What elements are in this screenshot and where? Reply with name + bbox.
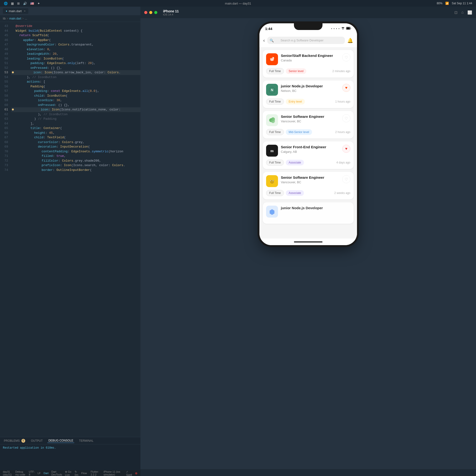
job-card-header-2: N junior Node.js Developer Nelson, BC ♥ — [266, 84, 350, 96]
job-title-1: Senior/Staff Backend Engineer — [281, 53, 340, 58]
status-bar: day31 (day31) Debug my code UTF-8 LF Dar… — [0, 470, 140, 476]
code-line: backgroundColor: Colors.transparent, — [11, 42, 140, 47]
svg-point-23 — [273, 180, 274, 181]
job-card-header: Senior/Staff Backend Engineer Canada ♡ — [266, 53, 350, 65]
dart-devtools[interactable]: Dart DevTools — [51, 470, 62, 476]
badge-fulltime-1: Full Time — [266, 68, 284, 74]
code-line: Widget build(BuildContext context) { — [11, 29, 140, 33]
badge-level-3: Mid-Senior level — [286, 129, 312, 135]
svg-point-0 — [343, 29, 343, 30]
phone-status-bar: 1:44 • • • • — [259, 23, 357, 34]
svg-text:N: N — [271, 88, 273, 92]
screenshot-icon[interactable]: ⊡ — [454, 10, 458, 15]
wifi-icon: 📶 — [445, 2, 449, 5]
back-button[interactable]: ‹ — [263, 38, 265, 43]
code-line: padding: const EdgeInsets.all(8.0), — [11, 89, 140, 94]
company-logo-node: N — [266, 84, 278, 96]
svg-point-27 — [271, 211, 273, 213]
code-line: onPressed: () {}, — [11, 103, 140, 108]
code-line: ) // Padding — [11, 117, 140, 121]
close-window-button[interactable] — [144, 11, 147, 14]
code-line: height: 45, — [11, 131, 140, 136]
phone-device: 1:44 • • • • — [259, 23, 357, 245]
home-icon[interactable]: ⌂ — [461, 10, 464, 15]
line-numbers: 43 44 45 46 47 48 49 50 51 52 53 54 55 5… — [0, 22, 11, 437]
job-card-footer-2: Full Time Entry level 1 hours ago — [266, 99, 350, 105]
go-live[interactable]: ⊕ Go Live — [65, 470, 72, 476]
menu-bar: 🌐 ▦ ⊞ 🔊 🇺🇸 ✦ main.dart — day31 80% 📶 Sat… — [0, 0, 476, 7]
badge-level-2: Entry level — [286, 99, 305, 104]
like-button-5[interactable]: ♡ — [342, 175, 350, 183]
globe-icon: 🌐 — [4, 2, 8, 5]
fullscreen-icon[interactable]: ⬜ — [467, 10, 472, 15]
job-title-2: junior Node.js Developer — [281, 84, 340, 88]
code-line: contentPadding: EdgeInsets.symmetric(hor… — [11, 149, 140, 154]
tab-problems[interactable]: PROBLEMS 6 — [3, 438, 26, 443]
time-ago-1: 2 minutes ago — [333, 69, 350, 73]
tab-close-button[interactable]: × — [24, 10, 25, 12]
svg-rect-2 — [346, 27, 350, 29]
job-card-3[interactable]: Senior Software Engineer Vancouver, BC ♡… — [263, 111, 354, 138]
code-line: actions: [ — [11, 80, 140, 84]
tab-debug-console[interactable]: DEBUG CONSOLE — [47, 438, 74, 443]
panel-output: Restarted application in 610ms. — [0, 444, 140, 452]
spell-check[interactable]: ✓ Spell — [126, 470, 132, 476]
minimize-window-button[interactable] — [149, 11, 152, 14]
svg-point-13 — [271, 119, 275, 123]
time-ago-3: 2 hours ago — [335, 130, 350, 134]
maximize-window-button[interactable] — [154, 11, 157, 14]
job-card-2[interactable]: N junior Node.js Developer Nelson, BC ♥ — [263, 81, 354, 108]
phone-home-indicator — [259, 238, 357, 245]
tab-terminal[interactable]: TERMINAL — [78, 439, 95, 443]
like-button-1[interactable]: ♡ — [342, 53, 350, 61]
svg-point-5 — [270, 59, 274, 61]
like-button-4[interactable]: ♥ — [342, 145, 350, 153]
code-line: ], — [11, 121, 140, 126]
menu-icon: ▦ — [11, 2, 14, 5]
clock: Sat Sep 11 1:44 — [452, 2, 472, 5]
battery-phone-icon — [346, 26, 351, 31]
badge-fulltime-2: Full Time — [266, 99, 284, 105]
search-bar[interactable]: 🔍 Search e.g Software Developer — [267, 37, 345, 44]
job-card-6[interactable]: junior Node.js Developer — [263, 202, 354, 224]
code-line: appBar: AppBar( — [11, 38, 140, 43]
device-name[interactable]: iPhone 11 (ios simulator) — [103, 470, 123, 476]
job-company-3: Vancouver, BC — [281, 119, 340, 123]
code-line-active: icon: Icon(Icons.notifications_none, col… — [11, 107, 140, 112]
code-text[interactable]: @override Widget build(BuildContext cont… — [11, 22, 140, 437]
job-card-1[interactable]: Senior/Staff Backend Engineer Canada ♡ F… — [263, 50, 354, 78]
job-card-footer-1: Full Time Senior level 2 minutes ago — [266, 68, 350, 74]
capture-icon: ⊞ — [17, 2, 20, 5]
wifi-phone-icon — [341, 26, 345, 31]
time-ago-4: 4 days ago — [336, 161, 350, 164]
code-line: iconSize: 30, — [11, 98, 140, 103]
bottom-panel: PROBLEMS 6 OUTPUT DEBUG CONSOLE TERMINAL… — [0, 437, 140, 470]
code-line: border: OutlineInputBorder( — [11, 168, 140, 172]
timer: ↻ 0m — [75, 470, 79, 476]
job-card-4[interactable]: m Senior Front-End Engineer Calgary, AB … — [263, 141, 354, 169]
phone-notch — [294, 23, 323, 30]
simulator-pane: iPhone 11 iOS 14.4 ⊡ ⌂ ⬜ 1:44 • • • • — [140, 7, 476, 476]
job-card-5[interactable]: Senior Software Engineer Vancouver, BC ♡… — [263, 172, 354, 200]
code-line: padding: EdgeInsets.only(left: 20), — [11, 61, 140, 66]
project-name[interactable]: day31 (day31) — [3, 470, 13, 476]
tab-main-dart[interactable]: ● main.dart × — [3, 8, 28, 14]
code-line: leadingWidth: 20, — [11, 52, 140, 56]
company-logo-monkey — [266, 175, 278, 187]
code-editor[interactable]: 43 44 45 46 47 48 49 50 51 52 53 54 55 5… — [0, 22, 140, 437]
main-area: ● main.dart × lib > main.dart > ... 43 4… — [0, 7, 476, 476]
job-card-footer-3: Full Time Mid-Senior level 2 hours ago — [266, 129, 350, 135]
notification-bell-icon[interactable]: 🔔 — [347, 38, 353, 43]
code-line: elevation: 0, — [11, 47, 140, 52]
sim-title-area: iPhone 11 iOS 14.4 — [163, 9, 179, 16]
debug-message: Restarted application in 610ms. — [3, 446, 56, 450]
tab-output[interactable]: OUTPUT — [30, 439, 44, 443]
like-button-2[interactable]: ♥ — [342, 84, 350, 92]
phone-time: 1:44 — [265, 27, 272, 31]
debug-action[interactable]: Debug my code — [16, 470, 26, 476]
phone-status-right: • • • • — [331, 26, 351, 31]
like-button-3[interactable]: ♡ — [342, 114, 350, 122]
flow-label[interactable]: Flow — [81, 472, 87, 475]
job-card-footer-5: Full Time Associate 2 weeks ago — [266, 190, 350, 196]
svg-point-7 — [272, 59, 273, 60]
